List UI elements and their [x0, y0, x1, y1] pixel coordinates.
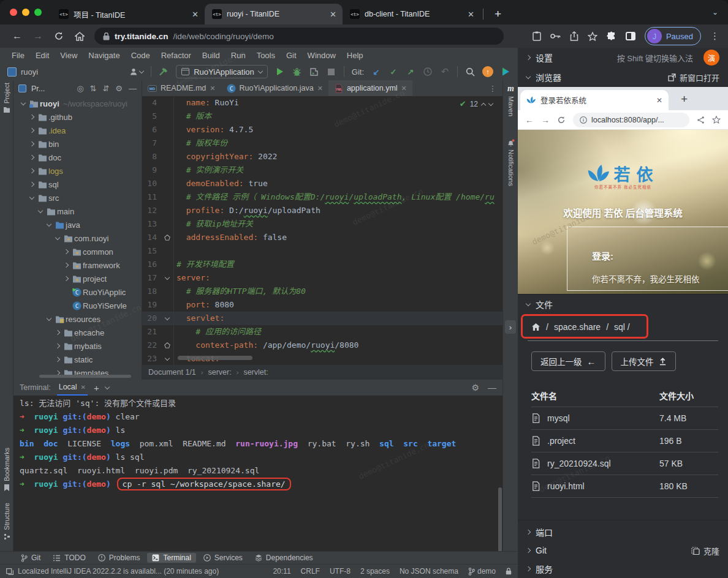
history-clock-icon[interactable]: [423, 67, 433, 76]
code-line[interactable]: 6 version: 4.7.5: [142, 123, 502, 137]
tree-item-ehcache[interactable]: ehcache: [13, 326, 142, 339]
chevron-down-icon[interactable]: [44, 318, 53, 320]
crumb-sql[interactable]: sql /: [614, 322, 630, 332]
embedded-star-icon[interactable]: [712, 116, 721, 124]
tree-item--github[interactable]: .github: [13, 110, 142, 124]
editor-hscrollbar[interactable]: [178, 356, 252, 360]
file-row--project[interactable]: .project196 B: [531, 430, 718, 452]
tool-window-button-services[interactable]: Services: [199, 553, 248, 563]
tree-item-com-ruoyi[interactable]: com.ruoyi: [13, 231, 142, 245]
section-services[interactable]: 服务: [518, 560, 728, 578]
close-window-button[interactable]: [10, 9, 17, 16]
tree-item-framework[interactable]: framework: [13, 258, 142, 272]
home-icon[interactable]: [531, 323, 540, 331]
project-tree-hscrollbar[interactable]: [39, 375, 131, 378]
close-tab-icon[interactable]: ✕: [192, 10, 199, 19]
chevron-down-icon[interactable]: [36, 210, 45, 212]
crumb-space-share[interactable]: space.share: [554, 322, 601, 332]
code-line[interactable]: 20 servlet:: [142, 312, 502, 325]
coverage-icon[interactable]: [309, 67, 319, 77]
code-editor[interactable]: 4 name: RuoYi5 # 版本6 version: 4.7.57 # 版…: [142, 96, 502, 365]
fold-icon[interactable]: [161, 352, 174, 365]
menu-help[interactable]: Help: [341, 51, 369, 60]
terminal-dropdown-icon[interactable]: [105, 385, 110, 389]
titanide-run-icon[interactable]: [501, 67, 510, 77]
user-dropdown-icon[interactable]: [129, 67, 143, 76]
section-git[interactable]: Git 克隆: [518, 541, 728, 560]
home-icon[interactable]: [71, 28, 88, 45]
file-row-ruoyi-html[interactable]: ruoyi.html180 KB: [531, 475, 718, 498]
chevron-down-icon[interactable]: [27, 197, 36, 199]
update-available-icon[interactable]: ↑: [482, 66, 493, 77]
git-push-icon[interactable]: ↗: [406, 67, 415, 77]
code-line[interactable]: 18 # 服务器的HTTP端口, 默认为80: [142, 285, 502, 298]
code-line[interactable]: 22 context-path: /app/demo/ruoyi/8080: [142, 339, 502, 352]
tree-item-java[interactable]: java: [13, 218, 142, 231]
chevron-right-icon[interactable]: [61, 250, 70, 253]
undo-icon[interactable]: ↶: [440, 66, 450, 77]
code-line[interactable]: 8 copyrightYear: 2022: [142, 150, 502, 163]
settings-gear-icon[interactable]: ⚙: [115, 84, 123, 93]
new-terminal-icon[interactable]: +: [94, 383, 99, 393]
embedded-url-field[interactable]: localhost:8080/app/...: [573, 113, 689, 127]
debug-icon[interactable]: [292, 67, 302, 77]
code-line[interactable]: 9 # 实例演示开关: [142, 163, 502, 177]
menu-refactor[interactable]: Refactor: [156, 51, 197, 60]
section-files[interactable]: 文件: [518, 294, 728, 313]
expand-all-icon[interactable]: ⇅: [90, 84, 97, 93]
chevron-right-icon[interactable]: [61, 277, 70, 280]
chevron-down-icon[interactable]: [44, 223, 53, 226]
tool-stripe-project[interactable]: Project: [0, 83, 13, 113]
terminal-output[interactable]: ls: 无法访问 'sq': 没有那个文件或目录➜ ruoyi git:(dem…: [13, 396, 502, 551]
code-line[interactable]: 21 # 应用的访问路径: [142, 325, 502, 339]
go-up-button[interactable]: 返回上一级 ←: [531, 351, 605, 371]
git-commit-icon[interactable]: ✓: [389, 67, 398, 77]
region-mark-icon[interactable]: [161, 339, 174, 352]
zoom-window-button[interactable]: [34, 9, 42, 16]
status-item[interactable]: UTF-8: [330, 567, 351, 576]
extensions-icon[interactable]: [607, 31, 616, 41]
chevron-right-icon[interactable]: [27, 182, 36, 186]
tool-stripe-bookmarks[interactable]: Bookmarks: [0, 448, 13, 491]
chrome-tab[interactable]: <t>ruoyi - TitanIDE✕: [205, 4, 343, 24]
chevron-right-icon[interactable]: [53, 331, 62, 334]
share-icon[interactable]: [570, 31, 578, 41]
embedded-tab[interactable]: 登录若依系统 ✕: [520, 90, 669, 110]
close-editor-tab-icon[interactable]: ✕: [210, 84, 215, 92]
status-message[interactable]: Localized IntelliJ IDEA 2022.2.2 is avai…: [18, 567, 219, 576]
chevron-right-icon[interactable]: [27, 169, 36, 173]
tool-window-button-terminal[interactable]: Terminal: [147, 553, 195, 563]
status-item[interactable]: CRLF: [301, 567, 320, 576]
tool-stripe-maven[interactable]: m Maven: [503, 84, 518, 116]
hide-panel-icon[interactable]: —: [129, 84, 137, 93]
menu-file[interactable]: File: [6, 51, 30, 60]
file-row-ry-20210924-sql[interactable]: ry_20210924.sql57 KB: [531, 452, 718, 475]
menu-view[interactable]: View: [55, 51, 83, 60]
chevron-right-icon[interactable]: [27, 129, 36, 132]
locate-icon[interactable]: ◎: [77, 84, 83, 93]
menu-tools[interactable]: Tools: [251, 51, 281, 60]
chevron-right-icon[interactable]: [27, 115, 36, 119]
file-row-mysql[interactable]: mysql7.4 MB: [531, 407, 718, 430]
code-line[interactable]: 12 profile: D:/ruoyi/uploadPath: [142, 204, 502, 217]
menu-edit[interactable]: Edit: [30, 51, 55, 60]
breadcrumb-item[interactable]: Document 1/1: [148, 368, 196, 377]
terminal-tab-local[interactable]: Local ✕: [57, 380, 88, 396]
tree-item-mybatis[interactable]: mybatis: [13, 339, 142, 353]
demo-badge[interactable]: 演: [703, 50, 719, 66]
next-problem-icon[interactable]: [488, 100, 493, 105]
fold-icon[interactable]: [161, 312, 174, 325]
menu-navigate[interactable]: Navigate: [83, 51, 125, 60]
chrome-menu-icon[interactable]: ⋮: [710, 31, 719, 42]
expand-panel-chevron-icon[interactable]: ›: [505, 320, 516, 334]
chrome-tab[interactable]: <t>db-client - TitanIDE✕: [343, 4, 480, 24]
tree-item-project[interactable]: project: [13, 272, 142, 285]
editor-breadcrumbs[interactable]: Document 1/1›server:›servlet:: [142, 365, 502, 380]
embedded-reload-icon[interactable]: [557, 116, 566, 124]
tree-item-resources[interactable]: resources: [13, 312, 142, 326]
editor-tab-readme-md[interactable]: MDREADME.md✕: [142, 80, 221, 96]
editor-tab-ruoyiapplication-java[interactable]: CRuoYiApplication.java✕: [221, 80, 328, 96]
embedded-tab-close-icon[interactable]: ✕: [656, 96, 662, 105]
close-tab-icon[interactable]: ✕: [468, 10, 474, 19]
back-icon[interactable]: ←: [9, 28, 26, 45]
